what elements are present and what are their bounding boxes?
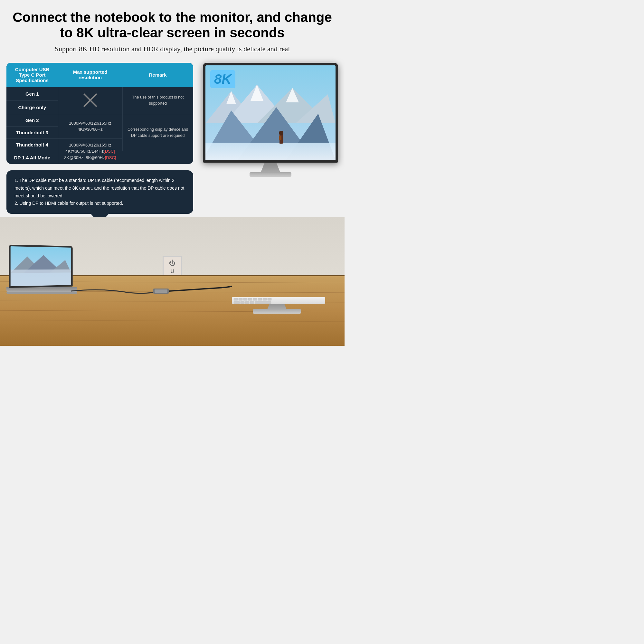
res-cell-tb4: 1080P@60/120/165Hz 4K@30/60Hz/144Hz[DSC]… xyxy=(58,138,122,164)
table-row: Gen 1 The use of this product is not sup… xyxy=(6,87,193,100)
laptop-screen-scene xyxy=(11,246,71,286)
desk-section: ⏻∪ xyxy=(0,217,345,346)
svg-rect-28 xyxy=(155,289,167,293)
svg-rect-32 xyxy=(248,298,252,300)
svg-rect-35 xyxy=(263,298,267,300)
col-remark-header: Remark xyxy=(122,63,193,87)
port-cell-tb4: Thunderbolt 4 xyxy=(6,138,58,151)
svg-rect-37 xyxy=(234,301,240,304)
svg-rect-33 xyxy=(253,298,257,300)
specs-table-wrapper: Computer USB Type C Port Specifications … xyxy=(6,63,193,164)
laptop-area xyxy=(10,245,77,294)
svg-rect-29 xyxy=(234,298,238,300)
svg-rect-40 xyxy=(250,301,254,304)
main-title: Connect the notebook to the monitor, and… xyxy=(10,10,335,41)
svg-rect-26 xyxy=(11,270,71,286)
monitor-stand xyxy=(261,163,280,172)
svg-rect-30 xyxy=(239,298,242,300)
svg-point-15 xyxy=(279,131,283,135)
port-cell-tb3: Thunderbolt 3 xyxy=(6,126,58,138)
monitor-screen: 8K xyxy=(205,65,336,160)
laptop-screen-content xyxy=(11,246,71,286)
svg-rect-31 xyxy=(243,298,247,300)
svg-rect-36 xyxy=(268,298,271,300)
subtitle: Support 8K HD resolution and HDR display… xyxy=(10,45,335,53)
x-mark-icon xyxy=(81,90,100,110)
right-panel: 8K xyxy=(196,63,338,177)
monitor-frame: 8K xyxy=(203,63,338,163)
laptop-screen-frame xyxy=(9,245,72,288)
port-cell-dp: DP 1.4 Alt Mode xyxy=(6,151,58,164)
notes-item1: 1. The DP cable must be a standard DP 8K… xyxy=(14,177,185,200)
res-cell-gen2: 1080P@60/120/165Hz4K@30/60Hz xyxy=(58,114,122,138)
notes-bubble: 1. The DP cable must be a standard DP 8K… xyxy=(6,170,193,214)
header-section: Connect the notebook to the monitor, and… xyxy=(0,0,345,63)
res-cell-unsupported xyxy=(58,87,122,114)
notes-item2: 2. Using DP to HDMI cable for output is … xyxy=(14,200,185,207)
eight-k-badge: 8K xyxy=(210,70,235,88)
keyboard xyxy=(232,297,325,304)
remark-gen2-text: Corresponding display device and DP cabl… xyxy=(128,127,188,138)
laptop-keyboard-base xyxy=(6,287,77,292)
svg-rect-34 xyxy=(258,298,262,300)
res-text-gen2: 1080P@60/120/165Hz4K@30/60Hz xyxy=(69,121,111,132)
monitor-base xyxy=(250,172,291,177)
keyboard-keys xyxy=(232,297,326,304)
svg-rect-39 xyxy=(245,301,249,304)
res-text-tb4: 1080P@60/120/165Hz 4K@30/60Hz/144Hz[DSC]… xyxy=(64,143,116,160)
port-cell-gen2: Gen 2 xyxy=(6,114,58,126)
cable-svg xyxy=(71,272,232,298)
col-resolution-header: Max supported resolution xyxy=(58,63,122,87)
remark-cell-gen2: Corresponding display device and DP cabl… xyxy=(122,114,193,151)
svg-line-21 xyxy=(0,320,345,322)
page-wrapper: Connect the notebook to the monitor, and… xyxy=(0,0,345,346)
port-cell-charge: Charge only xyxy=(6,100,58,114)
svg-rect-41 xyxy=(255,301,271,304)
table-row: Gen 2 1080P@60/120/165Hz4K@30/60Hz Corre… xyxy=(6,114,193,126)
desk-monitor-base xyxy=(253,309,301,314)
laptop-trackpad xyxy=(6,292,77,294)
svg-rect-13 xyxy=(205,143,336,160)
svg-rect-38 xyxy=(241,301,244,304)
content-area: Computer USB Type C Port Specifications … xyxy=(0,63,345,214)
remark-cell-unsupported: The use of this product is not supported xyxy=(122,87,193,114)
specs-table: Computer USB Type C Port Specifications … xyxy=(6,63,193,164)
left-panel: Computer USB Type C Port Specifications … xyxy=(6,63,193,214)
col-port-header: Computer USB Type C Port Specifications xyxy=(6,63,58,87)
remark-unsupported-text: The use of this product is not supported xyxy=(132,95,184,106)
monitor-container: 8K xyxy=(203,63,338,177)
port-cell: Gen 1 xyxy=(6,87,58,100)
svg-rect-16 xyxy=(279,136,281,140)
